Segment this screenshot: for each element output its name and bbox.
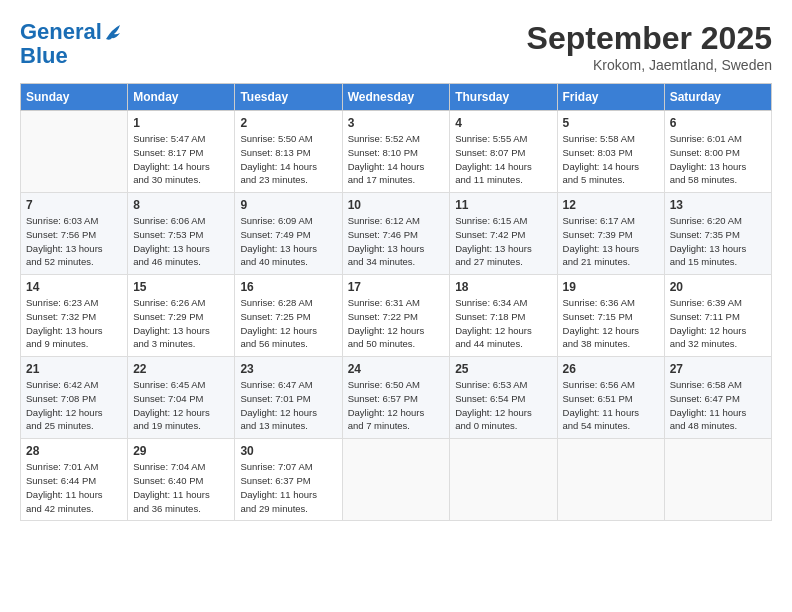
day-info: Sunrise: 7:07 AMSunset: 6:37 PMDaylight:… (240, 460, 336, 515)
weekday-header-thursday: Thursday (450, 84, 557, 111)
logo-text: General (20, 20, 102, 44)
logo: General Blue (20, 20, 122, 68)
day-number: 28 (26, 444, 122, 458)
title-block: September 2025 Krokom, Jaemtland, Sweden (527, 20, 772, 73)
calendar-cell: 19Sunrise: 6:36 AMSunset: 7:15 PMDayligh… (557, 275, 664, 357)
weekday-header-saturday: Saturday (664, 84, 771, 111)
logo-text-blue: Blue (20, 44, 122, 68)
calendar-cell: 2Sunrise: 5:50 AMSunset: 8:13 PMDaylight… (235, 111, 342, 193)
calendar-cell: 12Sunrise: 6:17 AMSunset: 7:39 PMDayligh… (557, 193, 664, 275)
day-info: Sunrise: 6:36 AMSunset: 7:15 PMDaylight:… (563, 296, 659, 351)
calendar-cell: 13Sunrise: 6:20 AMSunset: 7:35 PMDayligh… (664, 193, 771, 275)
calendar-cell: 8Sunrise: 6:06 AMSunset: 7:53 PMDaylight… (128, 193, 235, 275)
day-number: 18 (455, 280, 551, 294)
day-info: Sunrise: 6:28 AMSunset: 7:25 PMDaylight:… (240, 296, 336, 351)
calendar-cell: 17Sunrise: 6:31 AMSunset: 7:22 PMDayligh… (342, 275, 450, 357)
calendar-table: SundayMondayTuesdayWednesdayThursdayFrid… (20, 83, 772, 521)
day-number: 27 (670, 362, 766, 376)
day-number: 11 (455, 198, 551, 212)
day-info: Sunrise: 6:56 AMSunset: 6:51 PMDaylight:… (563, 378, 659, 433)
calendar-cell: 10Sunrise: 6:12 AMSunset: 7:46 PMDayligh… (342, 193, 450, 275)
day-number: 2 (240, 116, 336, 130)
day-info: Sunrise: 6:06 AMSunset: 7:53 PMDaylight:… (133, 214, 229, 269)
calendar-week-row: 28Sunrise: 7:01 AMSunset: 6:44 PMDayligh… (21, 439, 772, 521)
day-info: Sunrise: 5:50 AMSunset: 8:13 PMDaylight:… (240, 132, 336, 187)
day-number: 19 (563, 280, 659, 294)
weekday-header-row: SundayMondayTuesdayWednesdayThursdayFrid… (21, 84, 772, 111)
day-number: 5 (563, 116, 659, 130)
calendar-cell (557, 439, 664, 521)
day-info: Sunrise: 6:23 AMSunset: 7:32 PMDaylight:… (26, 296, 122, 351)
calendar-cell: 23Sunrise: 6:47 AMSunset: 7:01 PMDayligh… (235, 357, 342, 439)
day-info: Sunrise: 6:58 AMSunset: 6:47 PMDaylight:… (670, 378, 766, 433)
location: Krokom, Jaemtland, Sweden (527, 57, 772, 73)
weekday-header-monday: Monday (128, 84, 235, 111)
calendar-week-row: 7Sunrise: 6:03 AMSunset: 7:56 PMDaylight… (21, 193, 772, 275)
month-title: September 2025 (527, 20, 772, 57)
calendar-cell: 29Sunrise: 7:04 AMSunset: 6:40 PMDayligh… (128, 439, 235, 521)
day-number: 20 (670, 280, 766, 294)
day-number: 7 (26, 198, 122, 212)
calendar-cell: 22Sunrise: 6:45 AMSunset: 7:04 PMDayligh… (128, 357, 235, 439)
day-info: Sunrise: 6:34 AMSunset: 7:18 PMDaylight:… (455, 296, 551, 351)
day-number: 3 (348, 116, 445, 130)
day-number: 9 (240, 198, 336, 212)
day-number: 23 (240, 362, 336, 376)
day-info: Sunrise: 7:01 AMSunset: 6:44 PMDaylight:… (26, 460, 122, 515)
day-number: 16 (240, 280, 336, 294)
day-number: 24 (348, 362, 445, 376)
calendar-cell: 7Sunrise: 6:03 AMSunset: 7:56 PMDaylight… (21, 193, 128, 275)
calendar-cell: 26Sunrise: 6:56 AMSunset: 6:51 PMDayligh… (557, 357, 664, 439)
calendar-week-row: 21Sunrise: 6:42 AMSunset: 7:08 PMDayligh… (21, 357, 772, 439)
day-number: 21 (26, 362, 122, 376)
calendar-cell: 5Sunrise: 5:58 AMSunset: 8:03 PMDaylight… (557, 111, 664, 193)
calendar-cell: 21Sunrise: 6:42 AMSunset: 7:08 PMDayligh… (21, 357, 128, 439)
page-header: General Blue September 2025 Krokom, Jaem… (20, 20, 772, 73)
day-info: Sunrise: 6:26 AMSunset: 7:29 PMDaylight:… (133, 296, 229, 351)
day-number: 1 (133, 116, 229, 130)
day-number: 29 (133, 444, 229, 458)
day-number: 12 (563, 198, 659, 212)
day-info: Sunrise: 6:09 AMSunset: 7:49 PMDaylight:… (240, 214, 336, 269)
day-number: 30 (240, 444, 336, 458)
calendar-cell (21, 111, 128, 193)
day-number: 22 (133, 362, 229, 376)
calendar-cell: 11Sunrise: 6:15 AMSunset: 7:42 PMDayligh… (450, 193, 557, 275)
calendar-cell: 28Sunrise: 7:01 AMSunset: 6:44 PMDayligh… (21, 439, 128, 521)
calendar-cell (664, 439, 771, 521)
weekday-header-friday: Friday (557, 84, 664, 111)
day-info: Sunrise: 6:39 AMSunset: 7:11 PMDaylight:… (670, 296, 766, 351)
day-info: Sunrise: 5:55 AMSunset: 8:07 PMDaylight:… (455, 132, 551, 187)
day-info: Sunrise: 5:58 AMSunset: 8:03 PMDaylight:… (563, 132, 659, 187)
day-number: 6 (670, 116, 766, 130)
day-info: Sunrise: 6:31 AMSunset: 7:22 PMDaylight:… (348, 296, 445, 351)
day-info: Sunrise: 6:01 AMSunset: 8:00 PMDaylight:… (670, 132, 766, 187)
day-info: Sunrise: 6:12 AMSunset: 7:46 PMDaylight:… (348, 214, 445, 269)
calendar-cell: 27Sunrise: 6:58 AMSunset: 6:47 PMDayligh… (664, 357, 771, 439)
calendar-cell: 18Sunrise: 6:34 AMSunset: 7:18 PMDayligh… (450, 275, 557, 357)
day-number: 13 (670, 198, 766, 212)
calendar-cell: 30Sunrise: 7:07 AMSunset: 6:37 PMDayligh… (235, 439, 342, 521)
day-info: Sunrise: 6:03 AMSunset: 7:56 PMDaylight:… (26, 214, 122, 269)
calendar-cell: 3Sunrise: 5:52 AMSunset: 8:10 PMDaylight… (342, 111, 450, 193)
day-number: 26 (563, 362, 659, 376)
calendar-cell: 16Sunrise: 6:28 AMSunset: 7:25 PMDayligh… (235, 275, 342, 357)
calendar-cell: 6Sunrise: 6:01 AMSunset: 8:00 PMDaylight… (664, 111, 771, 193)
calendar-cell: 20Sunrise: 6:39 AMSunset: 7:11 PMDayligh… (664, 275, 771, 357)
day-info: Sunrise: 6:50 AMSunset: 6:57 PMDaylight:… (348, 378, 445, 433)
day-info: Sunrise: 6:42 AMSunset: 7:08 PMDaylight:… (26, 378, 122, 433)
day-info: Sunrise: 5:47 AMSunset: 8:17 PMDaylight:… (133, 132, 229, 187)
day-number: 4 (455, 116, 551, 130)
day-number: 10 (348, 198, 445, 212)
day-info: Sunrise: 6:53 AMSunset: 6:54 PMDaylight:… (455, 378, 551, 433)
calendar-cell: 9Sunrise: 6:09 AMSunset: 7:49 PMDaylight… (235, 193, 342, 275)
weekday-header-tuesday: Tuesday (235, 84, 342, 111)
day-info: Sunrise: 6:17 AMSunset: 7:39 PMDaylight:… (563, 214, 659, 269)
weekday-header-wednesday: Wednesday (342, 84, 450, 111)
day-info: Sunrise: 5:52 AMSunset: 8:10 PMDaylight:… (348, 132, 445, 187)
calendar-cell: 4Sunrise: 5:55 AMSunset: 8:07 PMDaylight… (450, 111, 557, 193)
calendar-cell (342, 439, 450, 521)
calendar-cell: 1Sunrise: 5:47 AMSunset: 8:17 PMDaylight… (128, 111, 235, 193)
day-number: 14 (26, 280, 122, 294)
logo-bird-icon (104, 21, 122, 43)
